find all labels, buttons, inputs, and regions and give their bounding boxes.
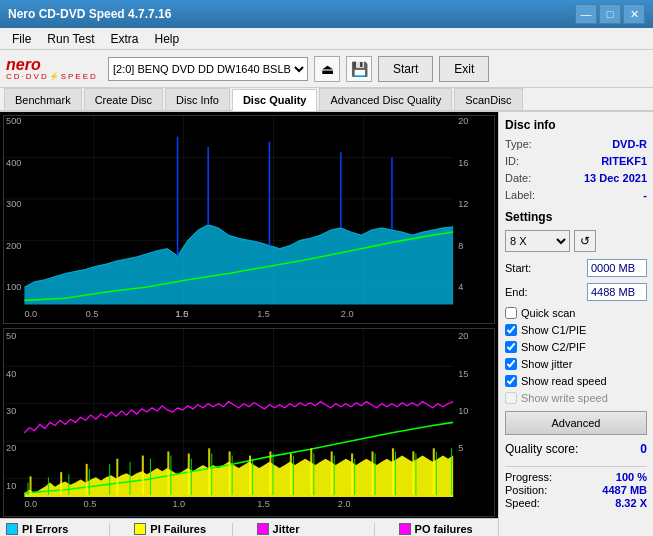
svg-rect-60 bbox=[167, 452, 169, 496]
start-button[interactable]: Start bbox=[378, 56, 433, 82]
svg-rect-74 bbox=[27, 483, 28, 495]
advanced-button[interactable]: Advanced bbox=[505, 411, 647, 435]
jitter-label: Jitter bbox=[273, 523, 300, 535]
progress-section: Progress: 100 % Position: 4487 MB Speed:… bbox=[505, 466, 647, 510]
quick-scan-checkbox[interactable] bbox=[505, 307, 517, 319]
svg-rect-67 bbox=[310, 448, 312, 495]
po-failures-legend: PO failures 438 bbox=[399, 523, 473, 536]
progress-value: 100 % bbox=[616, 471, 647, 483]
show-c1-pie-checkbox[interactable] bbox=[505, 324, 517, 336]
pi-errors-label: PI Errors bbox=[22, 523, 68, 535]
show-jitter-row: Show jitter bbox=[505, 358, 647, 370]
svg-text:20: 20 bbox=[458, 331, 468, 341]
speed-label: Speed: bbox=[505, 497, 540, 509]
svg-text:0.5: 0.5 bbox=[86, 309, 99, 319]
svg-rect-55 bbox=[30, 476, 32, 495]
position-label: Position: bbox=[505, 484, 547, 496]
eject-icon-button[interactable]: ⏏ bbox=[314, 56, 340, 82]
show-c2-pif-row: Show C2/PIF bbox=[505, 341, 647, 353]
svg-rect-61 bbox=[188, 454, 190, 496]
svg-text:1.5: 1.5 bbox=[257, 309, 270, 319]
svg-text:10: 10 bbox=[458, 406, 468, 416]
main-content: 500 400 300 200 100 20 16 12 8 4 0.0 0.5… bbox=[0, 112, 653, 536]
speed-settings-row: 8 X 4 X 2 X Max ↺ bbox=[505, 230, 647, 252]
svg-text:100: 100 bbox=[6, 282, 21, 292]
bottom-chart-svg: 50 40 30 20 10 20 15 10 5 0.0 0.5 1.0 1.… bbox=[4, 329, 494, 516]
svg-rect-89 bbox=[334, 456, 335, 495]
tabs: Benchmark Create Disc Disc Info Disc Qua… bbox=[0, 88, 653, 112]
svg-rect-84 bbox=[232, 456, 233, 495]
label-label: Label: bbox=[505, 189, 535, 201]
show-jitter-checkbox[interactable] bbox=[505, 358, 517, 370]
id-value: RITEKF1 bbox=[601, 155, 647, 167]
label-value: - bbox=[643, 189, 647, 201]
tab-disc-info[interactable]: Disc Info bbox=[165, 88, 230, 110]
disc-date-row: Date: 13 Dec 2021 bbox=[505, 172, 647, 184]
show-read-speed-checkbox[interactable] bbox=[505, 375, 517, 387]
save-icon-button[interactable]: 💾 bbox=[346, 56, 372, 82]
minimize-button[interactable]: — bbox=[575, 4, 597, 24]
maximize-button[interactable]: □ bbox=[599, 4, 621, 24]
menu-help[interactable]: Help bbox=[147, 30, 188, 48]
svg-rect-91 bbox=[375, 454, 376, 496]
svg-rect-90 bbox=[354, 459, 355, 495]
start-mb-row: Start: bbox=[505, 259, 647, 277]
svg-text:20: 20 bbox=[6, 444, 16, 454]
menu-bar: File Run Test Extra Help bbox=[0, 28, 653, 50]
tab-disc-quality[interactable]: Disc Quality bbox=[232, 89, 318, 111]
progress-row: Progress: 100 % bbox=[505, 471, 647, 483]
svg-text:12: 12 bbox=[458, 199, 468, 209]
svg-rect-63 bbox=[229, 452, 231, 496]
end-value-input[interactable] bbox=[587, 283, 647, 301]
progress-label: Progress: bbox=[505, 471, 552, 483]
quick-scan-row: Quick scan bbox=[505, 307, 647, 319]
quality-score-row: Quality score: 0 bbox=[505, 442, 647, 456]
id-label: ID: bbox=[505, 155, 519, 167]
drive-selector[interactable]: [2:0] BENQ DVD DD DW1640 BSLB bbox=[108, 57, 308, 81]
svg-rect-69 bbox=[351, 454, 353, 496]
show-c2-pif-checkbox[interactable] bbox=[505, 341, 517, 353]
nero-logo-text: nero bbox=[6, 57, 41, 73]
show-read-speed-label: Show read speed bbox=[521, 375, 607, 387]
position-value: 4487 MB bbox=[602, 484, 647, 496]
svg-rect-86 bbox=[272, 454, 273, 496]
svg-rect-58 bbox=[116, 459, 118, 495]
type-label: Type: bbox=[505, 138, 532, 150]
svg-rect-75 bbox=[48, 478, 49, 496]
charts-and-legend: 500 400 300 200 100 20 16 12 8 4 0.0 0.5… bbox=[0, 112, 498, 536]
menu-extra[interactable]: Extra bbox=[102, 30, 146, 48]
svg-rect-70 bbox=[372, 452, 374, 496]
tab-create-disc[interactable]: Create Disc bbox=[84, 88, 163, 110]
refresh-button[interactable]: ↺ bbox=[574, 230, 596, 252]
quality-score-label: Quality score: bbox=[505, 442, 578, 456]
end-mb-row: End: bbox=[505, 283, 647, 301]
date-label: Date: bbox=[505, 172, 531, 184]
svg-rect-66 bbox=[290, 454, 292, 496]
svg-text:8: 8 bbox=[458, 241, 463, 251]
menu-file[interactable]: File bbox=[4, 30, 39, 48]
start-value-input[interactable] bbox=[587, 259, 647, 277]
exit-button[interactable]: Exit bbox=[439, 56, 489, 82]
svg-rect-68 bbox=[331, 452, 333, 496]
svg-rect-59 bbox=[142, 456, 144, 495]
tab-advanced-disc-quality[interactable]: Advanced Disc Quality bbox=[319, 88, 452, 110]
menu-run-test[interactable]: Run Test bbox=[39, 30, 102, 48]
svg-text:40: 40 bbox=[6, 369, 16, 379]
toolbar: nero CD·DVD⚡SPEED [2:0] BENQ DVD DD DW16… bbox=[0, 50, 653, 88]
svg-rect-62 bbox=[208, 448, 210, 495]
tab-scan-disc[interactable]: ScanDisc bbox=[454, 88, 522, 110]
title-bar: Nero CD-DVD Speed 4.7.7.16 — □ ✕ bbox=[0, 0, 653, 28]
quality-score-value: 0 bbox=[640, 442, 647, 456]
speed-selector[interactable]: 8 X 4 X 2 X Max bbox=[505, 230, 570, 252]
svg-rect-83 bbox=[211, 454, 212, 496]
svg-text:50: 50 bbox=[6, 331, 16, 341]
tab-benchmark[interactable]: Benchmark bbox=[4, 88, 82, 110]
svg-rect-94 bbox=[436, 452, 437, 496]
start-label: Start: bbox=[505, 262, 531, 274]
close-button[interactable]: ✕ bbox=[623, 4, 645, 24]
speed-row: Speed: 8.32 X bbox=[505, 497, 647, 509]
show-write-speed-row: Show write speed bbox=[505, 392, 647, 404]
svg-rect-88 bbox=[313, 454, 314, 496]
date-value: 13 Dec 2021 bbox=[584, 172, 647, 184]
disc-type-row: Type: DVD-R bbox=[505, 138, 647, 150]
